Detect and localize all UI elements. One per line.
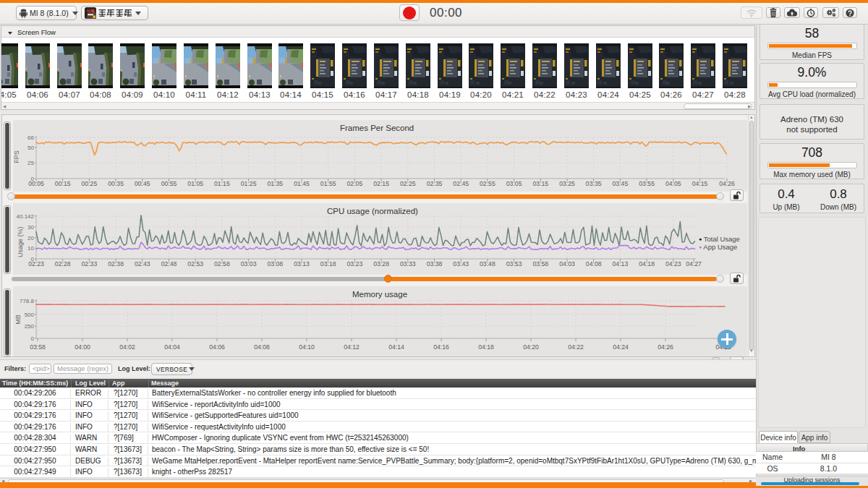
svg-text:03:53: 03:53 (506, 260, 522, 267)
svg-text:04:10: 04:10 (299, 343, 315, 351)
svg-text:04:18: 04:18 (639, 260, 655, 267)
svg-text:04:14: 04:14 (388, 343, 404, 351)
svg-text:04:08: 04:08 (586, 260, 602, 267)
svg-text:04:22: 04:22 (568, 343, 584, 351)
svg-text:02:28: 02:28 (55, 260, 71, 267)
svg-text:03:28: 03:28 (373, 260, 389, 267)
svg-text:02:55: 02:55 (480, 180, 495, 187)
svg-text:0: 0 (31, 335, 35, 342)
svg-text:03:55: 03:55 (639, 180, 655, 187)
svg-text:04:26: 04:26 (719, 180, 735, 187)
svg-text:01:35: 01:35 (267, 180, 283, 187)
svg-text:03:35: 03:35 (586, 180, 602, 187)
svg-text:04:23: 04:23 (665, 260, 681, 267)
svg-text:02:58: 02:58 (214, 260, 230, 267)
svg-text:00:35: 00:35 (108, 180, 124, 187)
svg-text:02:05: 02:05 (347, 180, 363, 187)
svg-text:66: 66 (27, 134, 34, 141)
svg-text:25: 25 (27, 160, 34, 166)
svg-text:00:15: 00:15 (55, 180, 71, 187)
svg-text:02:43: 02:43 (135, 260, 150, 267)
svg-text:04:13: 04:13 (613, 260, 629, 267)
svg-text:20: 20 (27, 235, 34, 241)
svg-text:03:15: 03:15 (532, 180, 548, 187)
svg-text:04:15: 04:15 (692, 180, 708, 187)
svg-text:02:48: 02:48 (161, 260, 177, 267)
svg-text:02:15: 02:15 (373, 180, 389, 187)
svg-text:01:05: 01:05 (187, 180, 203, 187)
svg-text:04:18: 04:18 (478, 343, 494, 351)
svg-text:04:26: 04:26 (658, 343, 673, 351)
svg-text:03:38: 03:38 (427, 260, 443, 267)
svg-text:02:38: 02:38 (108, 260, 124, 267)
svg-text:01:25: 01:25 (241, 180, 257, 187)
svg-text:04:20: 04:20 (523, 343, 539, 351)
svg-text:04:27: 04:27 (686, 260, 702, 267)
svg-text:04:16: 04:16 (433, 343, 449, 351)
svg-text:03:23: 03:23 (347, 260, 363, 267)
svg-text:40.142: 40.142 (17, 213, 35, 220)
svg-text:778.8: 778.8 (20, 298, 35, 304)
svg-text:03:33: 03:33 (400, 260, 416, 267)
svg-text:500: 500 (25, 312, 35, 318)
svg-text:04:24: 04:24 (613, 343, 629, 351)
svg-text:03:25: 03:25 (559, 180, 575, 187)
svg-text:02:35: 02:35 (427, 180, 443, 187)
svg-text:00:25: 00:25 (82, 180, 98, 187)
svg-text:03:45: 03:45 (613, 180, 629, 187)
svg-text:03:18: 03:18 (320, 260, 336, 267)
svg-text:02:23: 02:23 (28, 260, 44, 267)
svg-text:02:45: 02:45 (453, 180, 469, 187)
svg-text:02:33: 02:33 (82, 260, 98, 267)
svg-text:03:43: 03:43 (453, 260, 469, 267)
svg-text:04:05: 04:05 (665, 180, 681, 187)
svg-text:30: 30 (27, 224, 34, 231)
svg-text:04:06: 04:06 (209, 343, 225, 351)
svg-text:04:08: 04:08 (254, 343, 270, 351)
svg-text:04:00: 04:00 (75, 343, 90, 351)
svg-text:03:58: 03:58 (532, 260, 548, 267)
svg-text:00:05: 00:05 (28, 180, 44, 187)
svg-text:03:08: 03:08 (267, 260, 283, 267)
svg-text:03:48: 03:48 (480, 260, 495, 267)
svg-text:250: 250 (25, 323, 35, 330)
svg-text:04:04: 04:04 (164, 343, 180, 351)
svg-text:01:45: 01:45 (294, 180, 310, 187)
svg-text:03:58: 03:58 (30, 343, 46, 351)
svg-text:02:53: 02:53 (187, 260, 203, 267)
svg-text:04:03: 04:03 (559, 260, 575, 267)
svg-text:00:45: 00:45 (135, 180, 150, 187)
svg-text:01:15: 01:15 (214, 180, 230, 187)
svg-text:04:12: 04:12 (344, 343, 359, 351)
svg-text:03:13: 03:13 (294, 260, 310, 267)
svg-text:10: 10 (27, 245, 34, 252)
svg-text:04:02: 04:02 (119, 343, 135, 351)
svg-text:02:25: 02:25 (400, 180, 416, 187)
svg-text:03:03: 03:03 (241, 260, 257, 267)
svg-text:03:05: 03:05 (506, 180, 522, 187)
svg-text:00:55: 00:55 (161, 180, 177, 187)
svg-text:01:55: 01:55 (320, 180, 336, 187)
svg-text:50: 50 (27, 145, 34, 151)
